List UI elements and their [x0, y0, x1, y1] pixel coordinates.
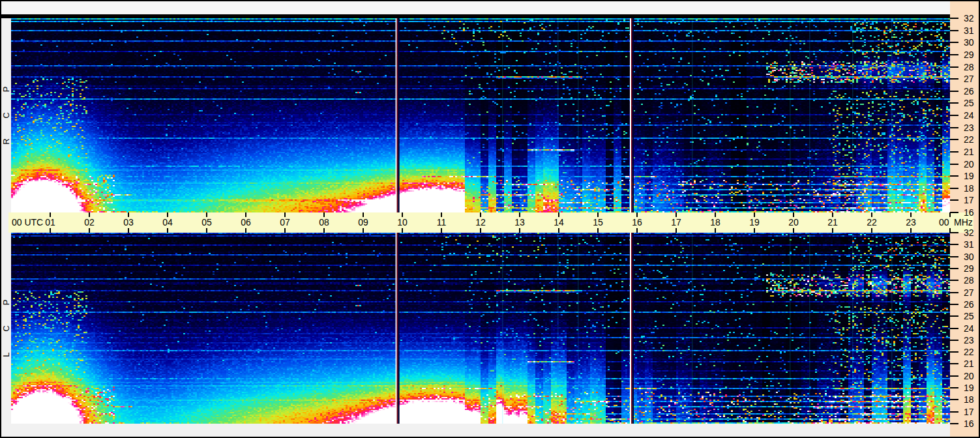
freq-tick [950, 340, 958, 341]
time-tick-bottom [715, 228, 716, 233]
freq-tick [950, 411, 958, 413]
time-tick-label: 07 [275, 218, 295, 227]
time-tick-top [676, 212, 677, 217]
time-tick-top [323, 212, 325, 217]
time-tick-top [284, 212, 286, 217]
freq-tick [950, 151, 958, 153]
time-tick-label: 23 [901, 218, 921, 227]
time-tick-top [363, 212, 364, 217]
freq-tick [950, 139, 958, 140]
time-tick-top [245, 212, 246, 217]
freq-tick-label: 31 [964, 240, 974, 249]
freq-tick [950, 199, 958, 201]
freq-tick-label: 24 [964, 111, 974, 120]
freq-tick-label: 26 [964, 87, 974, 96]
time-tick-top [128, 212, 129, 217]
time-tick-top [754, 212, 755, 217]
freq-tick [950, 280, 958, 281]
time-tick-bottom [480, 228, 481, 233]
freq-tick [950, 387, 958, 388]
time-tick-label: 13 [510, 218, 529, 227]
time-tick-label: 04 [158, 218, 177, 227]
freq-tick [950, 127, 958, 128]
freq-tick-label: 32 [964, 14, 974, 23]
time-tick-label: 17 [666, 218, 686, 227]
time-tick-label: 19 [745, 218, 764, 227]
time-tick-bottom [206, 228, 207, 233]
mhz-unit-label: MHz [954, 218, 973, 227]
time-tick-label: 09 [353, 218, 373, 227]
side-label-letter: L [2, 350, 11, 359]
freq-tick [950, 292, 958, 293]
time-tick-bottom [519, 228, 520, 233]
time-tick-bottom [832, 228, 833, 233]
time-tick-label: 05 [197, 218, 216, 227]
freq-tick [950, 375, 958, 377]
freq-tick [950, 78, 958, 80]
freq-tick-label: 26 [964, 300, 974, 309]
title-bar: AJ4CO Observatory 04 May 2021 - DPS on T… [1, 1, 950, 14]
freq-tick [950, 115, 958, 116]
freq-tick-label: 22 [964, 135, 974, 144]
time-tick-bottom [754, 228, 755, 233]
side-label-letter: R [2, 137, 11, 146]
side-label-letter: P [2, 85, 11, 94]
freq-tick [950, 102, 958, 104]
side-label-letter: P [2, 298, 11, 307]
time-tick-bottom [910, 228, 912, 233]
freq-tick-label: 30 [964, 38, 974, 47]
freq-tick-label: 21 [964, 147, 974, 156]
freq-tick-label: 17 [964, 196, 974, 205]
time-tick-label: 18 [705, 218, 725, 227]
freq-tick-label: 28 [964, 276, 974, 285]
freq-tick [950, 315, 958, 317]
time-tick-bottom [50, 228, 51, 233]
time-tick-top [441, 212, 442, 217]
time-tick-bottom [597, 228, 599, 233]
freq-tick [950, 268, 958, 269]
time-tick-label: 01 [40, 218, 60, 227]
freq-tick [950, 91, 958, 92]
freq-tick-label: 23 [964, 336, 974, 345]
time-tick-top [871, 212, 872, 217]
freq-tick-label: 18 [964, 395, 974, 404]
freq-tick [950, 66, 958, 68]
freq-tick-label: 22 [964, 347, 974, 357]
time-tick-bottom [89, 228, 90, 233]
freq-tick-label: 19 [964, 383, 974, 392]
time-tick-top [910, 212, 912, 217]
freq-tick [950, 164, 958, 165]
time-tick-top [832, 212, 833, 217]
freq-tick-label: 30 [964, 252, 974, 261]
freq-tick [950, 42, 958, 43]
time-tick-bottom [284, 228, 286, 233]
freq-tick [950, 399, 958, 400]
time-tick-bottom [402, 228, 403, 233]
time-tick-label: 10 [393, 218, 412, 227]
freq-tick [950, 18, 958, 19]
time-axis-end-label: 00 [939, 218, 949, 227]
time-tick-top [206, 212, 207, 217]
freq-tick-label: 23 [964, 123, 974, 132]
time-tick-label: 15 [588, 218, 608, 227]
time-axis-start-label: 00 UTC [12, 218, 43, 227]
freq-tick-label: 31 [964, 26, 974, 35]
time-tick-label: 22 [862, 218, 882, 227]
time-tick-label: 12 [471, 218, 490, 227]
freq-tick-label: 25 [964, 312, 974, 321]
time-tick-bottom [871, 228, 872, 233]
time-tick-top [597, 212, 599, 217]
spectrogram-lcp-canvas [11, 233, 950, 424]
freq-tick-label: 24 [964, 324, 974, 333]
freq-tick [950, 256, 958, 257]
freq-tick [950, 244, 958, 245]
time-tick-top [558, 212, 559, 217]
freq-tick [950, 54, 958, 55]
freq-tick [950, 304, 958, 305]
time-tick-bottom [167, 228, 168, 233]
time-tick-bottom [793, 228, 794, 233]
spectrograph-window: AJ4CO Observatory 04 May 2021 - DPS on T… [0, 0, 980, 438]
freq-tick [950, 363, 958, 364]
side-label-letter: C [2, 324, 11, 333]
spectrogram-rcp-canvas [11, 18, 950, 212]
